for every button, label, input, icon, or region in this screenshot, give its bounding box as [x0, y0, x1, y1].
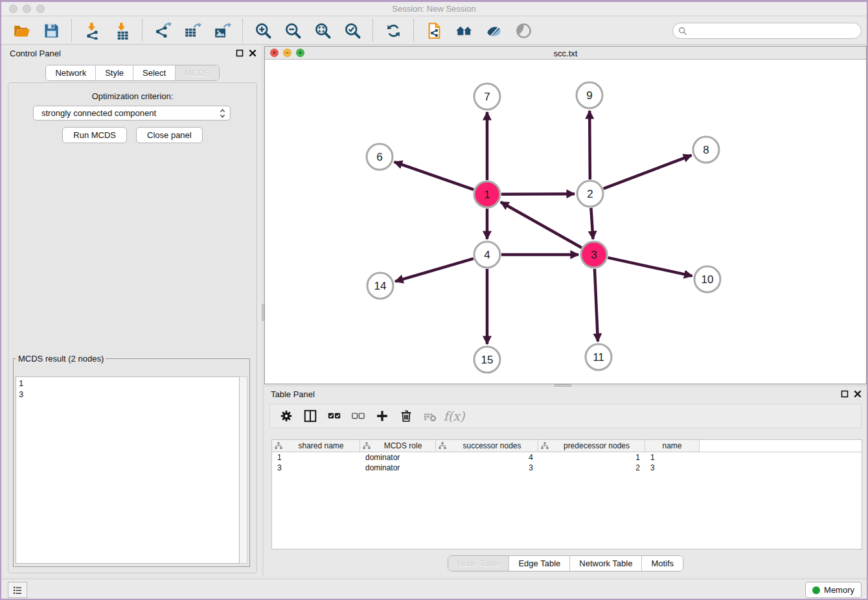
memory-label: Memory: [824, 585, 854, 595]
import-network-icon: [84, 22, 101, 40]
show-log-button[interactable]: [8, 582, 27, 598]
tab-style[interactable]: Style: [96, 65, 133, 80]
graph-edge-2-3[interactable]: [591, 208, 593, 239]
memory-status-dot: [812, 586, 820, 594]
column-type-icon: [439, 442, 446, 450]
column-type-icon: [541, 442, 549, 450]
graph-edge-1-6[interactable]: [394, 162, 474, 190]
graph-node-label-9: 9: [586, 89, 592, 102]
export-network-button[interactable]: [152, 20, 173, 41]
list-icon: [12, 584, 23, 596]
save-session-button[interactable]: [41, 20, 62, 41]
column-header-predecessor-nodes[interactable]: predecessor nodes: [538, 440, 645, 452]
create-column-button[interactable]: [372, 406, 392, 426]
graph-node-label-6: 6: [376, 151, 382, 163]
graph-node-label-1: 1: [484, 189, 490, 201]
fx-icon: f(x): [444, 409, 465, 423]
graph-node-label-11: 11: [593, 351, 604, 363]
column-visibility-button[interactable]: [301, 406, 320, 426]
delete-column-button[interactable]: [396, 406, 416, 426]
tab-node-table[interactable]: Node Table: [448, 556, 510, 571]
column-header-successor-nodes[interactable]: successor nodes: [436, 440, 538, 452]
mcds-result-fieldset: MCDS result (2 nodes) 1 3: [13, 354, 250, 567]
table-cell: 1: [272, 453, 360, 462]
criterion-dropdown[interactable]: strongly connected component: [33, 106, 231, 121]
table-panel-title: Table Panel: [271, 389, 315, 399]
table-row[interactable]: 1dominator411: [272, 452, 862, 463]
table-panel-header: Table Panel: [264, 387, 867, 402]
node-table: shared name MCDS role successor nodes pr…: [271, 439, 862, 549]
close-panel-icon[interactable]: [854, 390, 862, 398]
delete-table-icon: [423, 409, 437, 423]
table-cell: 2: [538, 463, 645, 472]
tab-mcds[interactable]: MCDS: [176, 65, 218, 80]
graph-edge-2-8[interactable]: [604, 156, 692, 189]
column-header-mcds-role[interactable]: MCDS role: [360, 440, 436, 452]
os-titlebar: Session: New Session: [1, 2, 867, 16]
tab-network-table[interactable]: Network Table: [570, 556, 642, 571]
graph-edge-2-9[interactable]: [589, 111, 590, 179]
export-table-button[interactable]: [182, 20, 203, 41]
table-settings-button[interactable]: [277, 406, 296, 426]
function-builder-button[interactable]: f(x): [444, 406, 464, 426]
network-canvas[interactable]: 7968124314101511: [265, 60, 866, 384]
tab-motifs[interactable]: Motifs: [642, 556, 683, 571]
zoom-fit-button[interactable]: [312, 20, 333, 41]
column-header-name[interactable]: name: [645, 440, 700, 452]
header-filler: [700, 440, 862, 452]
graph-edge-3-10[interactable]: [608, 258, 692, 276]
zoom-in-button[interactable]: [253, 20, 273, 41]
hide-elements-button[interactable]: [483, 20, 504, 41]
graph-edge-1-2[interactable]: [501, 194, 575, 194]
mcds-result-scrollbar[interactable]: [240, 376, 247, 564]
first-neighbors-button[interactable]: [453, 20, 474, 41]
network-canvas-svg: 7968124314101511: [265, 60, 866, 384]
tab-select[interactable]: Select: [133, 65, 176, 80]
unchecked-boxes-icon: [351, 409, 365, 423]
float-panel-icon[interactable]: [236, 49, 244, 57]
graph-edge-3-11[interactable]: [595, 269, 598, 341]
import-network-button[interactable]: [82, 20, 102, 41]
select-all-button[interactable]: [325, 406, 344, 426]
toolbar-separator: [142, 19, 143, 41]
graph-node-label-2: 2: [587, 188, 593, 200]
graph-edge-4-14[interactable]: [395, 259, 474, 281]
save-icon: [43, 22, 60, 40]
show-elements-button[interactable]: [513, 20, 534, 41]
checked-boxes-icon: [327, 409, 341, 423]
deselect-all-button[interactable]: [348, 406, 368, 426]
graph-edge-3-1[interactable]: [501, 202, 582, 248]
zoom-out-button[interactable]: [282, 20, 303, 41]
toolbar-separator: [372, 19, 373, 41]
search-input[interactable]: [672, 23, 862, 39]
apply-layout-button[interactable]: [383, 20, 404, 41]
table-body: 1dominator4113dominator323: [272, 452, 862, 473]
optimization-criterion-label: Optimization criterion:: [8, 91, 257, 101]
open-session-button[interactable]: [11, 20, 32, 41]
plus-icon: [375, 409, 389, 423]
memory-button[interactable]: Memory: [805, 582, 862, 598]
close-panel-button[interactable]: Close panel: [136, 127, 203, 143]
mcds-result-text[interactable]: 1 3: [16, 376, 240, 564]
toolbar-separator: [242, 19, 243, 41]
network-window-titlebar: × − + scc.txt: [265, 47, 866, 60]
graph-node-label-3: 3: [591, 249, 597, 261]
column-type-icon: [363, 442, 371, 450]
float-panel-icon[interactable]: [841, 390, 849, 398]
main-toolbar: [1, 17, 867, 45]
tab-network[interactable]: Network: [46, 65, 96, 80]
zoom-fit-icon: [314, 22, 332, 40]
run-mcds-button[interactable]: Run MCDS: [62, 127, 127, 143]
tab-edge-table[interactable]: Edge Table: [509, 556, 570, 571]
control-panel-header: Control Panel: [3, 46, 262, 62]
search-icon: [678, 27, 687, 36]
import-table-button[interactable]: [111, 20, 132, 41]
delete-table-button[interactable]: [420, 406, 440, 426]
zoom-selected-button[interactable]: [342, 20, 363, 41]
export-image-button[interactable]: [212, 20, 233, 41]
application-window: Session: New Session: [0, 0, 868, 600]
clone-network-button[interactable]: [424, 20, 444, 41]
column-header-shared-name[interactable]: shared name: [272, 440, 360, 452]
table-row[interactable]: 3dominator323: [272, 463, 862, 473]
close-panel-icon[interactable]: [249, 49, 257, 57]
